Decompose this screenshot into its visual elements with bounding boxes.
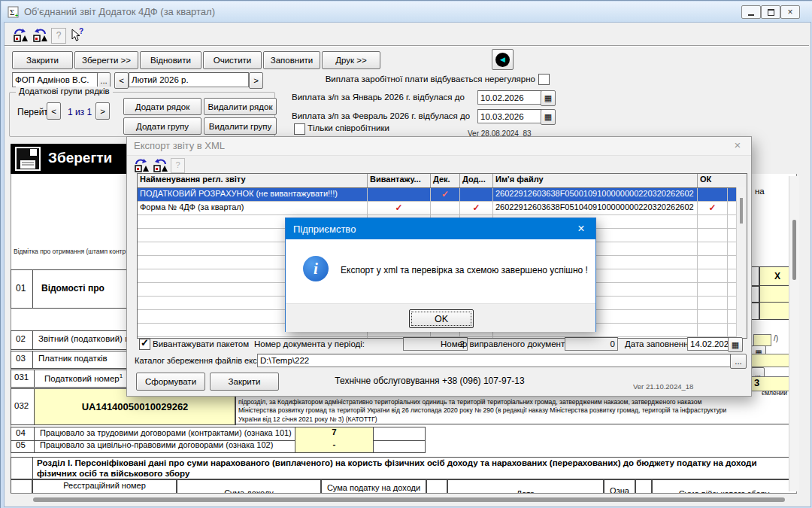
table-vertical-scrollbar[interactable] [736,187,747,338]
report-row[interactable]: Форма № 4ДФ (за квартал)✓✓26022912603638… [138,202,736,215]
fill-date-field[interactable]: 14.02.2026 [687,337,733,351]
print-report-button[interactable]: Друк >> [322,51,380,69]
message-box: Підприємство × i Експорт у xml та переві… [285,217,596,332]
dialog-close-button[interactable]: Закрити [210,373,279,391]
export-report-icon[interactable] [133,157,150,174]
dialog-version: Ver 21.10.2024_18 [633,382,693,391]
period-prev-button[interactable]: < [114,72,129,89]
period-next-button[interactable]: > [249,72,263,89]
report-cell: ✓ [460,202,493,214]
report-row[interactable]: ПОДАТКОВИЙ РОЗРАХУНОК (не вивантажувати!… [138,188,736,202]
maximize-icon [768,9,774,16]
section1-title: Розділ І. Персоніфіковані дані про суми … [37,458,789,479]
fill-report-button[interactable]: Заповнити [263,51,320,69]
fragment-na: на [755,187,765,196]
column-header[interactable]: Дек. [431,174,460,187]
row04-value-cell[interactable]: 7 [295,427,374,440]
irregular-pay-checkbox[interactable] [538,74,550,85]
row05-value-cell[interactable]: - [295,440,374,452]
row01-num: 01 [16,283,26,294]
group-next-button[interactable]: > [95,102,110,120]
group-prev-button[interactable]: < [47,102,61,120]
screen: Σ + Об'єднаний звіт Додаток 4ДФ (за квар… [0,0,812,508]
only-employees-checkbox[interactable] [294,123,305,135]
help-icon[interactable]: ? [51,28,66,44]
close-report-button[interactable]: Закрити [12,51,73,69]
row05-divider [34,440,35,452]
calendar-icon: ▦ [732,340,739,350]
column-header[interactable]: Им'я файлу [493,174,698,187]
clear-report-button[interactable]: Очистити [203,51,262,69]
save-icon [14,146,41,172]
group-position: 1 из 1 [65,107,95,117]
calendar-icon: ▦ [544,112,552,122]
row04-value: 7 [332,427,336,437]
package-checkbox[interactable] [139,339,150,350]
pay-february-date[interactable]: 10.03.2026 [477,109,545,123]
help-icon[interactable]: ? [171,158,185,173]
export-dir-field[interactable]: D:\Temp\222 [257,354,731,367]
message-box-close-button[interactable]: × [567,218,595,239]
horizontal-scrollbar[interactable] [11,495,795,504]
svg-text:Σ: Σ [10,8,14,17]
tax-number-value: UA14140050010029262 [82,401,189,412]
import-report-icon[interactable] [152,157,168,174]
column-header[interactable]: Вивантажу... [368,174,431,187]
row03-num: 03 [16,354,26,363]
main-titlebar[interactable]: Σ + Об'єднаний звіт Додаток 4ДФ (за квар… [2,2,812,22]
row031-num: 031 [14,373,29,382]
column-header[interactable]: Найменування регл. звіту [138,174,368,187]
delete-group-button[interactable]: Видалити групу [204,117,277,135]
pay-february-calendar-button[interactable]: ▦ [541,109,556,125]
corrected-number-field[interactable]: 0 [565,337,618,351]
pay-february-label: Виплата з/п за Февраль 2026 г. відбулася… [292,111,470,120]
restore-report-button[interactable]: Відновити [140,51,201,69]
s1-col-tax: Сума податку на доходи [320,479,427,493]
report-cell [698,324,728,336]
vertical-scroll-thumb[interactable] [792,220,796,280]
add-row-button[interactable]: Додати рядок [123,98,201,115]
generate-button[interactable]: Сформувати [136,373,205,391]
row-groups-title: Додаткові групи рядків [16,87,113,96]
export-dialog-close-button[interactable]: × [729,138,747,154]
row04-divider [34,427,35,440]
column-header[interactable]: Дод... [460,174,493,187]
fill-date-calendar-button[interactable]: ▦ [728,337,743,352]
save-report-button[interactable]: Зберегти >> [74,51,138,69]
report-cell [698,256,728,269]
delete-row-button[interactable]: Видалити рядок [204,98,277,115]
minimize-button[interactable] [741,5,761,19]
maximize-button[interactable] [761,5,780,19]
close-button[interactable]: × [780,5,800,19]
context-help-icon[interactable]: ? [69,27,86,44]
message-box-text: Експорт у xml та перевірка за схемою зав… [341,265,588,275]
row031-divider [34,370,35,387]
report-cell [698,269,728,282]
export-dir-browse-button[interactable]: ... [730,354,747,369]
export-dialog-titlebar[interactable]: Експорт звіту в XML × [127,137,751,156]
navigate-button[interactable]: ◀ [492,49,514,70]
row05-label: Працювало за цивільно-правовими договора… [40,440,273,449]
vertical-scrollbar[interactable] [789,176,799,491]
row04-label: Працювало за трудовими договорами (контр… [40,428,292,437]
row02-num: 02 [16,334,26,343]
report-cell [460,188,493,201]
period-select[interactable]: Лютий 2026 р. [129,72,249,87]
table-scroll-thumb[interactable] [740,198,743,224]
row-groups-box: Додаткові групи рядків Перейти < 1 из 1 … [9,92,275,137]
window-title: Об'єднаний звіт Додаток 4ДФ (за квартал) [24,6,215,17]
pay-january-calendar-button[interactable]: ▦ [541,90,556,106]
pay-january-date[interactable]: 10.02.2026 [477,90,545,105]
horizontal-scroll-thumb[interactable] [33,497,785,502]
toolbar-separator [5,45,809,47]
export-report-icon[interactable] [12,27,29,44]
report-cell: ✓ [368,202,431,214]
navigate-icon: ◀ [495,53,510,67]
section1-title-row: Розділ І. Персоніфіковані дані про суми … [11,457,797,480]
message-box-titlebar[interactable]: Підприємство × [286,218,595,239]
column-header[interactable]: ОК [698,174,728,187]
ok-button[interactable]: OK [409,309,474,328]
company-select[interactable]: ФОП Адмінов В.С. [12,72,102,87]
import-report-icon[interactable] [32,27,48,44]
add-group-button[interactable]: Додати групу [123,117,201,135]
